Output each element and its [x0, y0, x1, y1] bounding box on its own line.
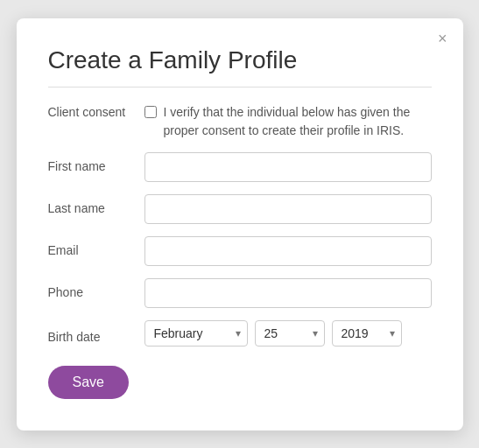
- month-select[interactable]: JanuaryFebruaryMarchAprilMayJuneJulyAugu…: [144, 320, 248, 346]
- modal-overlay: × Create a Family Profile Client consent…: [0, 0, 479, 448]
- last-name-input[interactable]: [144, 194, 432, 224]
- phone-control: [144, 278, 432, 308]
- day-select[interactable]: 1234567891011121314151617181920212223242…: [255, 320, 325, 346]
- birthdate-selects: JanuaryFebruaryMarchAprilMayJuneJulyAugu…: [144, 320, 402, 346]
- email-input[interactable]: [144, 236, 432, 266]
- email-control: [144, 236, 432, 266]
- divider: [48, 87, 432, 88]
- birthdate-label: Birth date: [48, 323, 144, 344]
- year-select[interactable]: 2019201820172016201520142013201220112010…: [332, 320, 402, 346]
- consent-row: Client consent I verify that the individ…: [48, 103, 432, 140]
- email-label: Email: [48, 236, 144, 257]
- phone-label: Phone: [48, 278, 144, 299]
- last-name-label: Last name: [48, 194, 144, 215]
- day-select-wrapper: 1234567891011121314151617181920212223242…: [255, 320, 325, 346]
- first-name-row: First name: [48, 152, 432, 182]
- first-name-control: [144, 152, 432, 182]
- consent-checkbox[interactable]: [144, 106, 157, 118]
- consent-content: I verify that the individual below has g…: [144, 103, 432, 140]
- last-name-row: Last name: [48, 194, 432, 224]
- birthdate-row: Birth date JanuaryFebruaryMarchAprilMayJ…: [48, 320, 432, 346]
- phone-input[interactable]: [144, 278, 432, 308]
- phone-row: Phone: [48, 278, 432, 308]
- last-name-control: [144, 194, 432, 224]
- consent-text: I verify that the individual below has g…: [164, 103, 432, 140]
- consent-label: Client consent: [48, 103, 144, 119]
- close-button[interactable]: ×: [438, 31, 447, 46]
- email-row: Email: [48, 236, 432, 266]
- first-name-label: First name: [48, 152, 144, 173]
- modal-title: Create a Family Profile: [48, 46, 432, 74]
- save-button[interactable]: Save: [48, 366, 129, 399]
- month-select-wrapper: JanuaryFebruaryMarchAprilMayJuneJulyAugu…: [144, 320, 248, 346]
- year-select-wrapper: 2019201820172016201520142013201220112010…: [332, 320, 402, 346]
- first-name-input[interactable]: [144, 152, 432, 182]
- modal-dialog: × Create a Family Profile Client consent…: [17, 18, 463, 430]
